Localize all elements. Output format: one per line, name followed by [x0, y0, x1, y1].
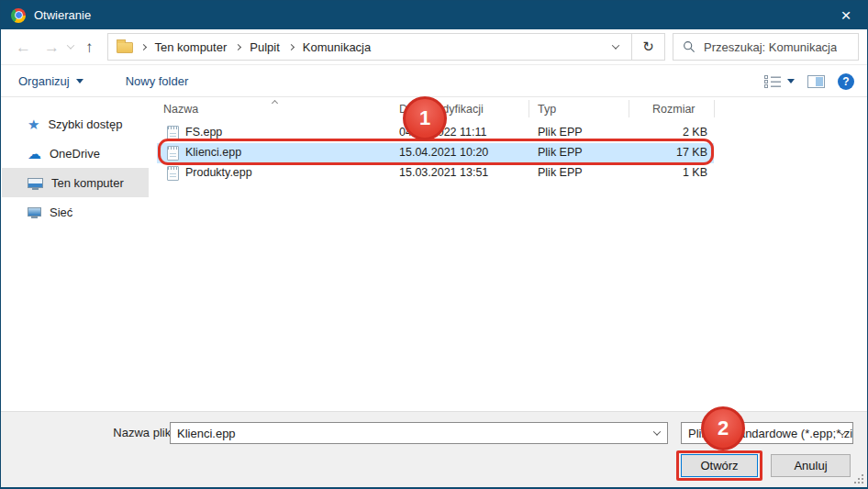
file-type: Plik EPP — [538, 146, 583, 159]
chevron-down-icon — [76, 79, 83, 83]
history-chevron-icon[interactable] — [67, 41, 74, 49]
folder-icon — [117, 42, 133, 53]
sidebar-item-label: Ten komputer — [51, 176, 124, 190]
file-name: Produkty.epp — [185, 166, 252, 179]
command-toolbar: Organizuj Nowy folder ? — [1, 65, 867, 97]
refresh-icon: ↻ — [642, 39, 654, 55]
column-header-data-modyfikacji[interactable]: Data modyfikacji — [399, 103, 484, 116]
chevron-right-icon — [139, 43, 146, 50]
file-name: Klienci.epp — [185, 146, 241, 159]
breadcrumb-item[interactable]: Pulpit — [241, 40, 288, 54]
sidebar-item-label: OneDrive — [50, 147, 100, 161]
chevron-right-icon — [235, 43, 241, 50]
file-date: 15.03.2021 13:51 — [399, 166, 488, 179]
change-view-button[interactable] — [764, 75, 795, 88]
forward-icon[interactable]: → — [38, 39, 66, 55]
preview-pane-icon[interactable] — [807, 75, 825, 88]
refresh-button[interactable]: ↻ — [631, 33, 665, 61]
breadcrumb-item[interactable]: Komunikacja — [295, 40, 379, 54]
column-header-rozmiar[interactable]: Rozmiar — [652, 103, 696, 116]
epp-file-icon — [167, 146, 179, 161]
organize-label: Organizuj — [18, 74, 70, 88]
filename-label: Nazwa pliku: — [93, 426, 181, 439]
sidebar-item-label: Sieć — [50, 206, 72, 219]
file-size: 2 KB — [683, 126, 707, 139]
window-title: Otwieranie — [34, 8, 91, 22]
sidebar-item-ten-komputer[interactable]: Ten komputer — [2, 168, 149, 197]
file-row-fs[interactable]: FS.epp 04.03.2022 11:11 Plik EPP 2 KB — [157, 123, 714, 143]
new-folder-label: Nowy folder — [126, 74, 189, 88]
network-icon — [28, 207, 41, 217]
filetype-select[interactable]: Pliki niestandardowe (*.epp;*.zi — [681, 422, 853, 444]
file-name: FS.epp — [185, 126, 222, 139]
file-type: Plik EPP — [538, 126, 583, 139]
file-size: 17 KB — [676, 146, 707, 159]
column-divider[interactable] — [714, 100, 715, 117]
new-folder-button[interactable]: Nowy folder — [115, 74, 200, 88]
epp-file-icon — [167, 126, 179, 140]
column-divider[interactable] — [629, 100, 629, 117]
open-dialog-window: Otwieranie × ← → ↑ Ten komputer Pulpit K… — [0, 0, 868, 489]
search-input[interactable]: Przeszukaj: Komunikacja — [673, 33, 859, 61]
details-view-icon — [764, 75, 781, 88]
file-date: 15.04.2021 10:20 — [399, 146, 488, 159]
onedrive-cloud-icon: ☁ — [28, 147, 41, 161]
filetype-value: Pliki niestandardowe (*.epp;*.zi — [688, 427, 852, 440]
column-header-nazwa[interactable]: Nazwa — [163, 103, 198, 116]
sidebar-item-szybki-dostep[interactable]: ★ Szybki dostęp — [2, 109, 149, 139]
sidebar: ★ Szybki dostęp ☁ OneDrive Ten komputer … — [2, 98, 149, 414]
epp-file-icon — [167, 166, 179, 181]
address-dropdown-icon[interactable] — [612, 41, 619, 49]
open-button[interactable]: Otwórz — [681, 454, 758, 477]
this-pc-monitor-icon — [28, 178, 43, 188]
sort-ascending-icon — [273, 94, 277, 108]
title-bar: Otwieranie × — [1, 1, 867, 29]
file-row-klienci[interactable]: Klienci.epp 15.04.2021 10:20 Plik EPP 17… — [157, 143, 714, 163]
chevron-right-icon — [288, 43, 295, 50]
breadcrumb-item[interactable]: Ten komputer — [147, 40, 236, 54]
close-icon[interactable]: × — [825, 1, 867, 29]
filename-input[interactable]: Klienci.epp — [170, 422, 668, 444]
column-header-typ[interactable]: Typ — [538, 103, 556, 116]
search-placeholder: Przeszukaj: Komunikacja — [704, 40, 837, 54]
chevron-down-icon — [787, 79, 795, 83]
column-divider[interactable] — [529, 100, 529, 117]
sidebar-item-label: Szybki dostęp — [48, 117, 122, 131]
file-size: 1 KB — [683, 166, 707, 179]
cancel-button[interactable]: Anuluj — [771, 454, 851, 477]
file-date: 04.03.2022 11:11 — [399, 126, 486, 139]
chevron-down-icon — [653, 428, 661, 435]
sidebar-item-siec[interactable]: Sieć — [2, 197, 149, 227]
navigation-bar: ← → ↑ Ten komputer Pulpit Komunikacja ↻ … — [1, 29, 867, 65]
filename-value: Klienci.epp — [177, 427, 236, 440]
file-row-produkty[interactable]: Produkty.epp 15.03.2021 13:51 Plik EPP 1… — [157, 163, 714, 183]
address-bar[interactable]: Ten komputer Pulpit Komunikacja — [107, 33, 633, 61]
sidebar-item-onedrive[interactable]: ☁ OneDrive — [2, 139, 149, 168]
chrome-icon — [11, 8, 26, 23]
file-type: Plik EPP — [538, 166, 583, 179]
search-icon — [683, 40, 696, 53]
resize-grip[interactable] — [854, 474, 863, 483]
up-icon[interactable]: ↑ — [79, 39, 100, 55]
organize-button[interactable]: Organizuj — [7, 74, 95, 88]
help-icon[interactable]: ? — [838, 73, 854, 90]
quick-access-icon: ★ — [28, 117, 39, 131]
back-icon[interactable]: ← — [9, 39, 38, 55]
